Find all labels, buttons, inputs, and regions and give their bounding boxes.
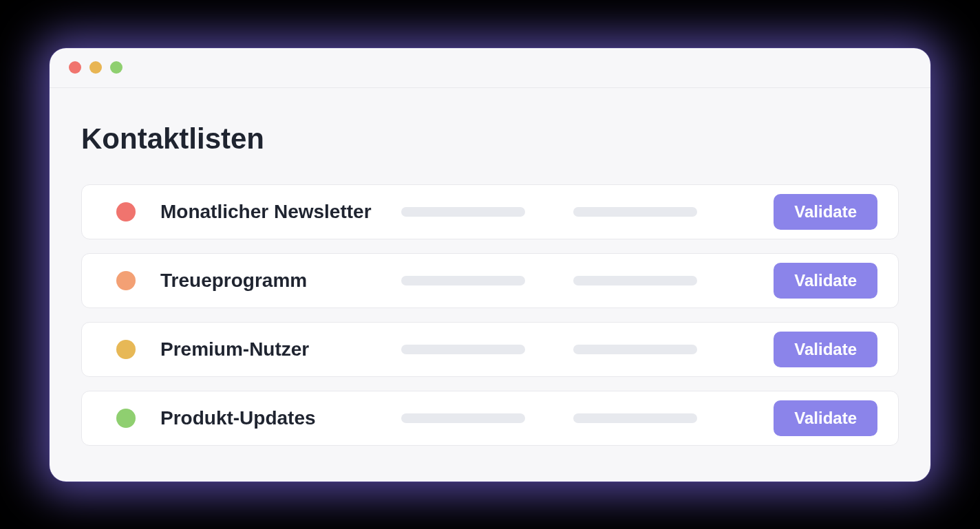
- contact-lists: Monatlicher Newsletter Validate Treuepro…: [81, 184, 899, 446]
- placeholder-bar: [401, 207, 525, 217]
- placeholder-bar: [401, 345, 525, 354]
- list-item[interactable]: Treueprogramm Validate: [81, 253, 899, 308]
- placeholder-bar: [401, 413, 525, 423]
- list-item[interactable]: Monatlicher Newsletter Validate: [81, 184, 899, 239]
- list-item-label: Premium-Nutzer: [160, 338, 401, 360]
- status-dot-icon: [116, 340, 136, 359]
- status-dot-icon: [116, 409, 136, 428]
- list-item[interactable]: Produkt-Updates Validate: [81, 391, 899, 446]
- placeholder-bar: [573, 413, 697, 423]
- window-minimize-icon[interactable]: [89, 61, 102, 74]
- placeholder-bar: [401, 276, 525, 285]
- validate-button[interactable]: Validate: [774, 400, 877, 436]
- window-maximize-icon[interactable]: [110, 61, 122, 74]
- placeholder-group: [401, 413, 774, 423]
- validate-button[interactable]: Validate: [774, 263, 877, 299]
- app-window: Kontaktlisten Monatlicher Newsletter Val…: [50, 48, 930, 482]
- titlebar: [50, 48, 930, 88]
- placeholder-bar: [573, 345, 697, 354]
- placeholder-bar: [573, 276, 697, 285]
- page-title: Kontaktlisten: [81, 122, 899, 155]
- placeholder-group: [401, 345, 774, 354]
- validate-button[interactable]: Validate: [774, 332, 877, 367]
- window-close-icon[interactable]: [69, 61, 81, 74]
- status-dot-icon: [116, 271, 136, 290]
- validate-button[interactable]: Validate: [774, 194, 877, 230]
- list-item-label: Produkt-Updates: [160, 407, 401, 429]
- placeholder-group: [401, 276, 774, 285]
- status-dot-icon: [116, 202, 136, 222]
- list-item-label: Treueprogramm: [160, 270, 401, 292]
- list-item-label: Monatlicher Newsletter: [160, 201, 401, 223]
- list-item[interactable]: Premium-Nutzer Validate: [81, 322, 899, 377]
- placeholder-bar: [573, 207, 697, 217]
- content-area: Kontaktlisten Monatlicher Newsletter Val…: [50, 88, 930, 482]
- placeholder-group: [401, 207, 774, 217]
